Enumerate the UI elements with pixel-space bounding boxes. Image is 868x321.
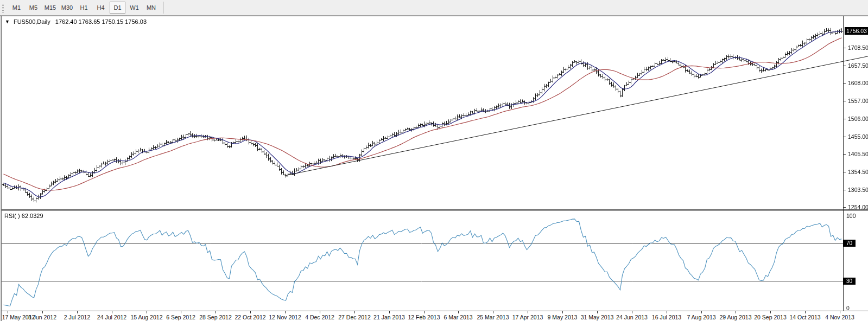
toolbar-grip-handle[interactable] [2, 3, 4, 12]
date-label: 20 Sep 2013 [754, 314, 787, 320]
date-tick-mark [736, 311, 736, 313]
date-tick-mark [250, 311, 251, 313]
date-label: 25 Mar 2013 [477, 314, 509, 320]
price-tick-mark [844, 119, 846, 119]
date-tick-mark [320, 311, 320, 313]
price-tick-mark [844, 172, 846, 172]
date-tick-mark [42, 311, 43, 313]
date-tick-mark [770, 311, 771, 313]
rsi-scale-0-label: 0 [846, 305, 850, 311]
timeframe-button-mn[interactable]: MN [143, 2, 159, 14]
date-label: 4 Dec 2012 [305, 314, 334, 320]
date-tick-mark [424, 311, 425, 313]
date-tick-mark [77, 311, 78, 313]
timeframe-button-h1[interactable]: H1 [76, 2, 92, 14]
date-tick-mark [147, 311, 147, 313]
rsi-indicator-canvas[interactable] [0, 211, 843, 311]
date-tick-mark [667, 311, 667, 313]
price-tick-label: 1557.00 [848, 98, 868, 104]
date-tick-mark [112, 311, 112, 313]
chart-symbol-period: FUS500,Daily [14, 18, 50, 25]
rsi-level-70-tag: 70 [843, 240, 856, 247]
timeframe-button-m30[interactable]: M30 [59, 2, 75, 14]
timeframe-button-m15[interactable]: M15 [42, 2, 58, 14]
date-label: 16 Jul 2013 [652, 314, 681, 320]
one-click-trading-arrow-icon[interactable]: ▼ [5, 19, 10, 24]
date-label: 28 Sep 2012 [199, 314, 232, 320]
date-tick-mark [840, 311, 840, 313]
price-tick-mark [844, 137, 846, 137]
date-tick-mark [458, 311, 459, 313]
price-tick-mark [844, 207, 846, 208]
date-label: 12 Feb 2013 [408, 314, 440, 320]
timeframe-button-h4[interactable]: H4 [93, 2, 109, 14]
price-tick-mark [844, 154, 846, 155]
date-label: 2 Jul 2012 [64, 314, 90, 320]
date-label: 27 Dec 2012 [338, 314, 371, 320]
date-label: 22 Oct 2012 [235, 314, 265, 320]
date-tick-mark [389, 311, 390, 313]
timeframe-button-d1[interactable]: D1 [110, 2, 125, 14]
window-left-edge [0, 16, 2, 321]
price-tick-label: 1455.00 [848, 133, 868, 140]
date-label: 21 Jan 2013 [373, 314, 405, 320]
date-label: 9 May 2013 [548, 314, 578, 320]
current-price-tag: 1756.03 [845, 27, 868, 35]
rsi-name: RSI( ) [4, 213, 20, 219]
date-tick-mark [805, 311, 806, 313]
date-axis[interactable]: 17 May 20128 Jun 20122 Jul 201224 Jul 20… [0, 311, 868, 321]
date-tick-mark [493, 311, 493, 313]
price-tick-mark [844, 66, 846, 66]
timeframe-button-group: M1M5M15M30H1H4D1W1MN [8, 0, 160, 15]
date-label: 4 Nov 2013 [825, 314, 854, 320]
price-chart-canvas[interactable] [0, 16, 843, 209]
toolbar-separator [163, 2, 164, 14]
date-label: 6 Sep 2012 [166, 314, 195, 320]
rsi-scale-100-label: 100 [846, 213, 856, 219]
date-label: 14 Oct 2013 [789, 314, 820, 320]
date-tick-mark [181, 311, 181, 313]
chart-area: ▼FUS500,Daily1762.40 1763.65 1750.15 175… [0, 16, 868, 321]
chart-title: ▼FUS500,Daily1762.40 1763.65 1750.15 175… [5, 18, 147, 25]
date-tick-mark [562, 311, 563, 313]
price-tick-label: 1657.50 [848, 62, 868, 69]
rsi-pane-top-border [0, 210, 868, 211]
date-label: 31 May 2013 [581, 314, 614, 320]
price-axis-border [843, 16, 844, 311]
price-tick-label: 1405.50 [848, 151, 868, 157]
price-tick-mark [844, 190, 846, 190]
price-tick-label: 1708.50 [848, 44, 868, 51]
date-tick-mark [354, 311, 355, 313]
price-tick-label: 1254.00 [848, 204, 868, 210]
rsi-value: 62.0329 [22, 213, 43, 219]
price-tick-label: 1506.00 [848, 115, 868, 122]
timeframe-button-w1[interactable]: W1 [126, 2, 142, 14]
date-label: 12 Nov 2012 [269, 314, 301, 320]
timeframe-button-m5[interactable]: M5 [26, 2, 41, 14]
rsi-level-30-tag: 30 [843, 278, 856, 285]
price-tick-label: 1354.50 [848, 169, 868, 175]
date-tick-mark [216, 311, 216, 313]
date-label: 15 Aug 2012 [131, 314, 163, 320]
date-label: 6 Mar 2013 [443, 314, 472, 320]
price-tick-mark [844, 101, 846, 101]
date-label: 29 Aug 2013 [720, 314, 752, 320]
price-tick-mark [844, 83, 846, 84]
date-label: 17 Apr 2013 [512, 314, 543, 320]
date-tick-mark [632, 311, 632, 313]
date-tick-mark [8, 311, 8, 313]
price-tick-mark [844, 48, 846, 48]
date-tick-mark [285, 311, 286, 313]
date-label: 7 Aug 2013 [687, 314, 715, 320]
timeframes-toolbar: M1M5M15M30H1H4D1W1MN [0, 0, 868, 16]
price-tick-label: 1608.00 [848, 80, 868, 86]
pane-separator-line[interactable] [0, 209, 868, 210]
date-label: 8 Jun 2012 [28, 314, 56, 320]
date-label: 24 Jun 2013 [616, 314, 648, 320]
date-tick-mark [528, 311, 528, 313]
date-tick-mark [597, 311, 598, 313]
rsi-indicator-label: RSI( ) 62.0329 [4, 213, 43, 219]
timeframe-button-m1[interactable]: M1 [9, 2, 24, 14]
chart-ohlc-values: 1762.40 1763.65 1750.15 1756.03 [55, 18, 147, 25]
date-tick-mark [701, 311, 702, 313]
